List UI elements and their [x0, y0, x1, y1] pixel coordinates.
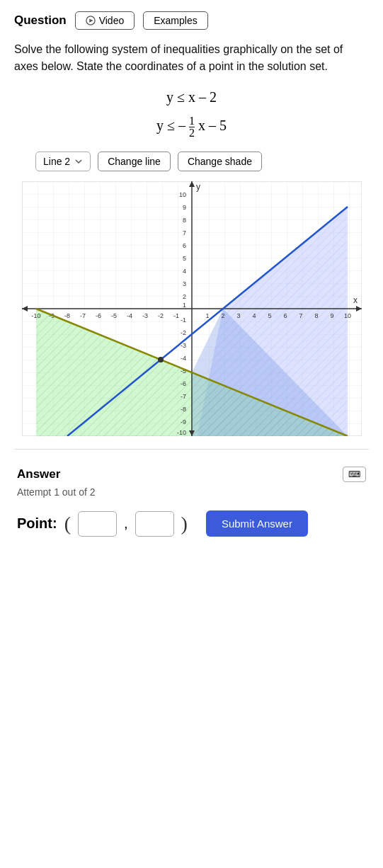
svg-text:-1: -1	[173, 312, 178, 319]
svg-text:1: 1	[205, 312, 209, 319]
change-line-button[interactable]: Change line	[98, 152, 171, 171]
svg-text:3: 3	[236, 312, 240, 319]
svg-text:4: 4	[252, 312, 256, 319]
svg-text:7: 7	[182, 229, 185, 236]
svg-text:-2: -2	[157, 312, 163, 319]
svg-text:-3: -3	[142, 312, 147, 319]
svg-text:-2: -2	[180, 329, 185, 336]
graph-container: x y -10 -9 -8 -7 -6 -5 -4 -3 -2 -1 1 2 3…	[22, 181, 362, 436]
svg-text:1: 1	[182, 302, 185, 309]
svg-text:2: 2	[182, 293, 185, 300]
x-axis-label: x	[353, 295, 358, 305]
controls-row: Line 2 Change line Change shade	[35, 152, 369, 171]
svg-text:-8: -8	[64, 312, 69, 319]
svg-text:9: 9	[330, 312, 333, 319]
svg-text:-10: -10	[31, 312, 40, 319]
point-x-input[interactable]	[78, 511, 117, 537]
line2-prefix: y ≤ –	[156, 118, 185, 133]
svg-text:5: 5	[268, 312, 271, 319]
svg-text:-7: -7	[79, 312, 85, 319]
frac-denominator: 2	[189, 127, 195, 139]
answer-title: Answer ⌨	[17, 467, 366, 482]
open-paren: (	[64, 514, 71, 534]
frac-numerator: 1	[189, 115, 195, 127]
svg-text:2: 2	[221, 312, 224, 319]
divider	[14, 449, 369, 450]
line2-suffix: x – 5	[198, 118, 227, 133]
svg-text:-6: -6	[180, 380, 185, 387]
change-shade-button[interactable]: Change shade	[178, 152, 262, 171]
line-selector-label: Line 2	[43, 156, 70, 167]
answer-heading: Answer	[17, 467, 60, 481]
svg-text:-4: -4	[126, 312, 132, 319]
inequalities-section: y ≤ x – 2 y ≤ – 1 2 x – 5	[14, 89, 369, 139]
svg-text:5: 5	[182, 255, 185, 262]
svg-text:9: 9	[182, 204, 185, 211]
svg-text:8: 8	[314, 312, 318, 319]
header-row: Question Video Examples	[14, 11, 369, 30]
svg-text:-1: -1	[180, 316, 185, 324]
keyboard-icon-symbol: ⌨	[348, 469, 360, 479]
examples-label: Examples	[154, 15, 197, 26]
svg-text:8: 8	[182, 217, 185, 224]
intersection-point	[158, 357, 164, 362]
video-button[interactable]: Video	[75, 11, 135, 30]
point-y-input[interactable]	[135, 511, 174, 537]
close-paren: )	[181, 514, 188, 534]
svg-text:-5: -5	[110, 312, 116, 319]
answer-section: Answer ⌨ Attempt 1 out of 2 Point: ( , )…	[14, 467, 369, 537]
svg-text:6: 6	[182, 242, 185, 249]
svg-text:6: 6	[283, 312, 287, 319]
svg-text:3: 3	[182, 280, 185, 287]
chevron-down-icon	[74, 157, 83, 166]
submit-button[interactable]: Submit Answer	[206, 510, 308, 537]
line-selector[interactable]: Line 2	[35, 152, 91, 171]
svg-text:-9: -9	[180, 418, 185, 426]
point-label: Point:	[17, 515, 57, 532]
svg-text:4: 4	[182, 268, 185, 275]
svg-text:10: 10	[343, 312, 350, 319]
svg-text:-4: -4	[180, 355, 185, 362]
question-text: Solve the following system of inequaliti…	[14, 41, 369, 75]
attempt-text: Attempt 1 out of 2	[17, 486, 366, 498]
inequality-line2: y ≤ – 1 2 x – 5	[14, 115, 369, 139]
play-icon	[86, 16, 96, 25]
svg-text:-10: -10	[176, 429, 185, 436]
fraction: 1 2	[189, 115, 195, 139]
inequality-line1: y ≤ x – 2	[14, 89, 369, 105]
svg-text:-7: -7	[180, 393, 185, 400]
svg-text:-8: -8	[180, 406, 185, 413]
keyboard-button[interactable]: ⌨	[343, 467, 366, 482]
comma-separator: ,	[124, 515, 128, 532]
video-label: Video	[99, 15, 125, 26]
graph-svg: x y -10 -9 -8 -7 -6 -5 -4 -3 -2 -1 1 2 3…	[22, 181, 362, 436]
svg-text:-6: -6	[95, 312, 101, 319]
y-axis-label: y	[196, 182, 200, 192]
page-container: Question Video Examples Solve the follow…	[0, 0, 383, 868]
svg-text:10: 10	[178, 191, 185, 198]
page-title: Question	[14, 13, 67, 28]
svg-marker-1	[89, 18, 93, 22]
point-row: Point: ( , ) Submit Answer	[17, 510, 366, 537]
svg-text:7: 7	[299, 312, 302, 319]
examples-button[interactable]: Examples	[143, 11, 207, 30]
